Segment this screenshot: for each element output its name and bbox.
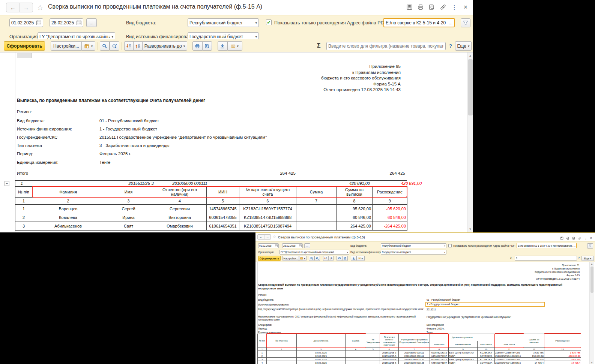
data-cell[interactable]: 201065000 000111 [399,354,430,358]
save-icon[interactable] [560,235,563,241]
header-cell[interactable]: БИК банка [478,341,495,348]
data-cell[interactable]: 2015511/25-4 [380,358,399,361]
data-cell[interactable]: -198 033,98 [544,354,581,358]
data-cell[interactable]: 2 [15,213,32,222]
data-cell[interactable]: 600845218015 [430,358,449,361]
generate-button[interactable]: Сформировать [258,256,281,261]
period-more-button[interactable]: ... [86,18,97,27]
date-to-field[interactable]: 28.02.2025 [50,18,83,27]
colnum-cell[interactable]: 12 [524,348,544,351]
data-cell[interactable] [267,354,297,358]
data-cell[interactable]: 201065000 000111 [399,351,430,354]
data-cell[interactable]: 2015511/25-3 [380,351,399,354]
print-icon[interactable] [566,235,569,241]
forward-icon[interactable]: → [20,3,33,12]
generate-button[interactable]: Сформировать [4,41,45,51]
data-cell[interactable]: -264 425,00 [373,222,407,231]
header-cell[interactable]: Сумма [296,187,337,198]
header-cell[interactable]: Отчество (при его наличии) [153,187,207,198]
colnum-cell[interactable]: 5 [366,348,380,351]
back-icon[interactable]: ← [258,235,264,239]
data-cell[interactable]: KZ18385147SD15987494 [239,222,296,231]
data-cell[interactable]: 3 639 786 [524,351,544,354]
colnum-cell[interactable]: 3 [104,198,153,205]
forward-icon[interactable]: → [264,235,271,239]
group-collapse-toggle[interactable]: − [5,181,9,186]
quick-filter-input[interactable] [326,42,446,50]
settings-button[interactable]: Настройки... [282,256,299,261]
settings-button[interactable]: Настройки... [51,41,82,51]
pdf-path-field[interactable]: E:\по сверке в К2 5-15 и 4-20 и пр\тести… [517,243,577,248]
data-cell[interactable] [346,358,366,361]
header-cell[interactable]: № платежа [267,334,297,348]
close-icon[interactable]: × [590,236,592,240]
vertical-scrollbar[interactable]: ▲ ▼ [589,262,594,364]
data-cell[interactable]: 60 846,00 [337,213,373,222]
header-cell[interactable]: Сумма [346,334,366,348]
data-cell[interactable]: Z12009NPS0413609816 [495,361,524,364]
data-cell[interactable]: Сергеевич [153,205,207,213]
collapse-groups-button[interactable] [323,256,328,261]
favorite-star-icon[interactable]: ☆ [37,3,44,12]
colnum-cell[interactable]: 8 [430,348,449,351]
vertical-scrollbar[interactable]: ▲ ▼ [467,52,473,232]
data-cell[interactable] [366,351,380,354]
toolbar-preview-button[interactable] [202,41,212,51]
header-cell[interactable]: № Уведомления [366,334,380,348]
link-icon[interactable] [578,235,581,241]
help-icon[interactable]: ? [578,256,580,259]
data-cell[interactable]: 145748965745 [207,205,239,213]
data-cell[interactable]: KZ183GH1569YT1557774 [239,205,296,213]
header-cell[interactable]: № счета к оплате/ платежного поручения [380,334,399,348]
colnum-cell[interactable]: 13 [544,348,581,351]
expand-groups-button[interactable] [133,41,142,51]
toolbar-print-button[interactable] [192,41,202,51]
more-actions-button[interactable]: Еще ▾ [455,41,472,51]
data-cell[interactable] [366,354,380,358]
find-next-button[interactable] [110,41,119,51]
colnum-cell[interactable]: 4 [153,198,207,205]
more-menu-icon[interactable]: ⋮ [451,3,458,11]
data-cell[interactable]: 1 [15,205,32,213]
data-cell[interactable] [296,222,337,231]
colnum-cell[interactable]: 6 [239,198,296,205]
filter-settings-button[interactable] [461,18,470,27]
data-cell[interactable]: 4 [258,361,267,364]
data-cell[interactable]: 14 405,4 [524,361,544,364]
find-button[interactable] [309,256,314,261]
collapse-groups-button[interactable] [124,41,133,51]
data-cell[interactable]: GCVPKZ2A [478,354,495,358]
colnum-cell[interactable]: 10 [478,348,495,351]
link-icon[interactable] [439,3,447,11]
data-cell[interactable]: 610614654351 [207,222,239,231]
preview-icon[interactable] [428,3,436,11]
data-cell[interactable] [346,354,366,358]
colnum-cell[interactable]: 7 [296,198,337,205]
header-cell[interactable]: Расхождение [544,334,581,348]
header-cell[interactable]: ИИН/БИН [430,341,449,348]
scroll-down-icon[interactable]: ▼ [467,228,473,231]
data-cell[interactable]: Z15987YU236548YU85 [495,358,524,361]
budget-type-select[interactable]: Республиканский бюджет ▾ [381,243,446,248]
header-cell[interactable]: Дата платежа [297,334,346,348]
header-cell[interactable]: ИИК счета [495,341,524,348]
header-cell[interactable]: Сумма из выписки [337,187,373,198]
colnum-cell[interactable]: 1 [258,348,267,351]
sum-sigma-icon[interactable]: Σ [317,42,321,49]
data-cell[interactable]: -14 405,4 [544,361,581,364]
sum-sigma-icon[interactable]: Σ [510,256,512,260]
report-variants-button[interactable]: ▾ [82,41,95,51]
data-cell[interactable]: -60 846,00 [373,213,407,222]
scroll-up-icon[interactable]: ▲ [590,263,594,265]
pdf-path-field[interactable]: E:\по сверке в К2 5-15 и 4-20 и ... [383,18,455,27]
header-cell[interactable]: № п/п [258,334,267,348]
save-result-button[interactable] [351,256,356,261]
header-cell[interactable]: № карт счета/текущего счета [239,187,296,198]
data-cell[interactable]: 198 033,98 [524,354,544,358]
data-cell[interactable]: Варенцев [32,205,104,213]
find-button[interactable] [100,41,110,51]
data-cell[interactable] [366,361,380,364]
budget-type-select[interactable]: Республиканский бюджет ▾ [188,18,259,27]
data-cell[interactable]: 2015511/25-6 [380,361,399,364]
find-next-button[interactable] [314,256,320,261]
